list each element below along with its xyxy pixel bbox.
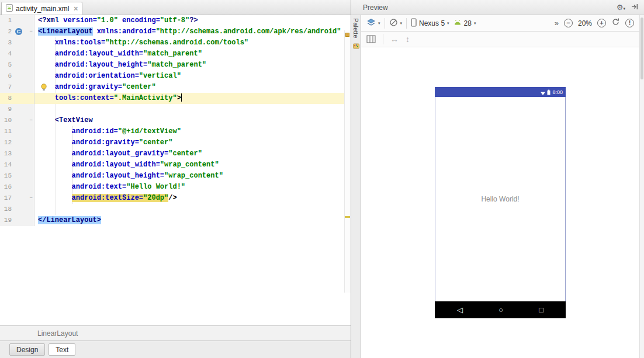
code-token: android:id= [72,127,118,135]
gutter-cell: 3 [0,37,34,48]
preview-scrollbar[interactable] [639,15,644,358]
line-number[interactable]: 3 [0,37,12,48]
gutter-icon-area [12,171,34,182]
code-line[interactable]: 5 android:layout_height="match_parent" [0,60,351,71]
gutter-icon-area: C− [12,26,34,37]
code-line[interactable]: 15 android:layout_height="wrap_content" [0,171,351,182]
file-tab-activity-main[interactable]: activity_main.xml × [1,2,82,15]
code-line[interactable]: 9 [0,104,351,115]
gutter-cell: 12 [0,137,34,148]
warning-stripe-tick[interactable] [345,216,350,218]
line-number[interactable]: 7 [0,82,12,93]
gutter-cell: 10− [0,115,34,126]
zoom-fit-icon[interactable] [611,18,620,29]
line-number[interactable]: 1 [0,15,12,26]
variants-grid-button[interactable] [366,35,376,43]
zoom-in-button[interactable]: + [597,19,606,27]
zoom-level-label: 20% [578,19,592,27]
preview-textview-hello-world[interactable]: Hello World! [481,195,519,203]
code-line[interactable]: 10− <TextView [0,115,351,126]
gear-icon[interactable]: ⚙▾ [617,4,625,11]
code-token: android:text= [72,183,127,191]
code-line[interactable]: 6 android:orientation="vertical" [0,71,351,82]
code-token: ?> [189,16,198,25]
editor-pane: activity_main.xml × 1<?xml version="1.0"… [0,0,351,358]
nav-home-icon[interactable]: ○ [498,306,503,314]
code-token: "center" [139,138,173,147]
code-token [93,27,97,36]
code-line[interactable]: 11 android:id="@+id/textView" [0,126,351,137]
bottom-tab-text[interactable]: Text [49,343,75,356]
zoom-out-button[interactable]: − [564,19,573,27]
code-line[interactable]: 7 android:gravity="center" [0,82,351,93]
line-number[interactable]: 4 [0,48,12,60]
gutter-cell: 13 [0,148,34,159]
code-line[interactable]: 8 tools:context=".MainActivity"> [0,93,351,104]
api-level-dropdown[interactable]: 28 ▾ [453,19,476,27]
line-number[interactable]: 14 [0,159,12,171]
line-number[interactable]: 10 [0,115,12,126]
code-line[interactable]: 16 android:text="Hello World!" [0,182,351,193]
fold-marker-icon[interactable]: − [30,193,33,204]
line-number[interactable]: 16 [0,182,12,193]
breadcrumb-item[interactable]: LinearLayout [37,329,78,338]
code-line[interactable]: 2C−<LinearLayout xmlns:android="http://s… [0,26,351,37]
code-line[interactable]: 1<?xml version="1.0" encoding="utf-8"?> [0,15,351,26]
orientation-dropdown[interactable]: ▾ [366,18,380,29]
nav-recents-icon[interactable]: □ [539,306,543,314]
gutter-icon-area [12,137,34,148]
code-line[interactable]: 18 [0,204,351,215]
line-number[interactable]: 9 [0,104,12,115]
toolbar-separator [383,34,383,44]
gutter-cell: 18 [0,204,34,215]
nav-back-icon[interactable]: ◁ [457,306,463,314]
line-number[interactable]: 6 [0,71,12,82]
fold-marker-icon[interactable]: − [30,115,33,126]
code-line[interactable]: 13 android:layout_gravity="center" [0,148,351,159]
horizontal-resize-icon[interactable]: ↔ [390,34,399,44]
line-number[interactable]: 8 [0,93,12,104]
code-token: android:layout_height= [55,61,147,69]
theme-dropdown[interactable]: ▾ [389,18,403,29]
line-number[interactable]: 11 [0,126,12,137]
code-line[interactable]: 4 android:layout_width="match_parent" [0,48,351,60]
fold-marker-icon[interactable]: − [30,26,33,37]
warning-stripe-mark[interactable] [345,33,349,37]
code-token: <LinearLayout [38,27,93,36]
line-number[interactable]: 2 [0,26,12,37]
render-errors-button[interactable]: ! [625,19,634,27]
overflow-chevron-button[interactable]: » [555,19,559,27]
code-line[interactable]: 12 android:gravity="center" [0,137,351,148]
code-text: android:layout_width="wrap_content" [34,159,351,171]
preview-scrollbar-thumb[interactable] [640,18,643,79]
gutter-icon-area [12,93,34,104]
line-number[interactable]: 18 [0,204,12,215]
code-token [38,94,55,102]
hide-panel-icon[interactable] [631,4,638,12]
android-studio-window: activity_main.xml × 1<?xml version="1.0"… [0,0,644,358]
code-line[interactable]: 14 android:layout_width="wrap_content" [0,159,351,171]
gutter-cell: 9 [0,104,34,115]
gutter-icon-area [12,148,34,159]
palette-strip: Palette [351,15,361,358]
tab-close-icon[interactable]: × [74,5,78,13]
line-number[interactable]: 12 [0,137,12,148]
code-line[interactable]: 17− android:textSize="20dp"/> [0,193,351,204]
line-number[interactable]: 13 [0,148,12,159]
code-token: "center" [168,150,202,158]
line-number[interactable]: 15 [0,171,12,182]
line-number[interactable]: 5 [0,60,12,71]
gutter-cell: 2C− [0,26,34,37]
code-line[interactable]: 3 xmlns:tools="http://schemas.android.co… [0,37,351,48]
palette-tool-tab[interactable]: Palette [352,18,359,38]
vertical-resize-icon[interactable]: ↕ [406,34,410,44]
class-gutter-icon[interactable]: C [15,28,22,35]
line-number[interactable]: 19 [0,215,12,226]
device-dropdown[interactable]: Nexus 5 ▾ [411,18,449,29]
code-line[interactable]: 19</LinearLayout> [0,215,351,226]
gutter-icon-area [12,104,34,115]
line-number[interactable]: 17 [0,193,12,204]
code-text: android:text="Hello World!" [34,182,351,193]
code-token: android:textSize= [72,194,143,202]
bottom-tab-design[interactable]: Design [9,343,45,356]
